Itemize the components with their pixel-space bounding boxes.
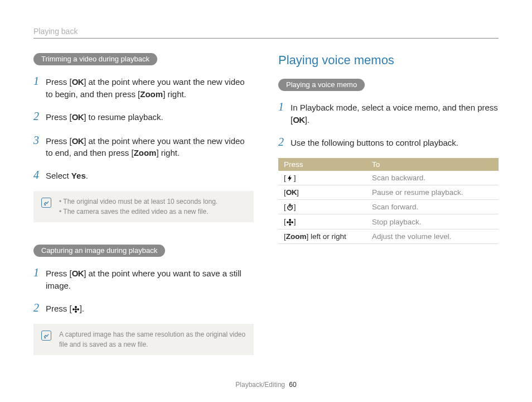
note-trimming: The original video must be at least 10 s…	[33, 191, 254, 222]
step: 3Press [OK] at the point where you want …	[33, 132, 254, 160]
step-number: 1	[33, 265, 46, 281]
press-cell: []	[278, 199, 366, 214]
controls-table: Press To []Scan backward.[OK]Pause or re…	[278, 158, 499, 244]
press-cell: [OK]	[278, 185, 366, 199]
step-text: Press [].	[46, 303, 254, 315]
svg-point-10	[291, 221, 293, 223]
desc-cell: Pause or resume playback.	[366, 185, 499, 199]
left-column: Trimming a video during playback 1Press …	[33, 53, 254, 355]
svg-point-3	[72, 308, 75, 310]
step: 2Press [OK] to resume playback.	[33, 108, 254, 125]
note-icon	[41, 198, 51, 208]
steps-capturing: 1Press [OK] at the point where you want …	[33, 265, 254, 316]
press-cell: []	[278, 171, 366, 185]
step-number: 3	[33, 132, 46, 149]
right-column: Playing voice memos Playing a voice memo…	[278, 53, 499, 355]
note-text: A captured image has the same resolution…	[59, 329, 246, 350]
step-text: Press [OK] at the point where you want t…	[46, 135, 254, 160]
note-item: The original video must be at least 10 s…	[59, 197, 217, 207]
step: 2Press [].	[33, 300, 254, 316]
svg-point-1	[75, 306, 77, 308]
desc-cell: Scan forward.	[366, 199, 499, 214]
divider	[33, 38, 499, 39]
pill-voice-memo: Playing a voice memo	[278, 79, 365, 91]
step-text: Press [OK] at the point where you want t…	[46, 267, 254, 292]
note-item: The camera saves the edited video as a n…	[59, 207, 217, 217]
th-to: To	[366, 158, 499, 171]
step-number: 2	[278, 134, 291, 150]
table-row: []Scan backward.	[278, 171, 499, 185]
svg-point-7	[289, 219, 291, 221]
step-number: 2	[33, 108, 46, 125]
th-press: Press	[278, 158, 366, 171]
step: 4Select Yes.	[33, 167, 254, 183]
step-text: Use the following buttons to control pla…	[291, 137, 499, 149]
timer-icon	[286, 203, 294, 211]
pill-capturing: Capturing an image during playback	[33, 245, 165, 257]
note-icon	[41, 331, 51, 341]
desc-cell: Adjust the volume level.	[366, 229, 499, 243]
steps-trimming: 1Press [OK] at the point where you want …	[33, 73, 254, 183]
step-number: 4	[33, 167, 46, 183]
step-text: In Playback mode, select a voice memo, a…	[291, 102, 499, 126]
table-row: []Scan forward.	[278, 199, 499, 214]
step: 1In Playback mode, select a voice memo, …	[278, 99, 499, 126]
section-title: Playing voice memos	[278, 53, 499, 68]
pill-trimming: Trimming a video during playback	[33, 53, 157, 65]
steps-voice: 1In Playback mode, select a voice memo, …	[278, 99, 499, 150]
step-text: Select Yes.	[46, 170, 254, 182]
footer: Playback/Editing 60	[0, 381, 532, 389]
svg-point-8	[289, 223, 291, 226]
footer-section: Playback/Editing	[235, 381, 285, 389]
desc-cell: Stop playback.	[366, 214, 499, 229]
flash-icon	[286, 174, 294, 182]
press-cell: []	[278, 214, 366, 229]
step-number: 2	[33, 300, 46, 316]
step: 2Use the following buttons to control pl…	[278, 134, 499, 150]
press-cell: [Zoom] left or right	[278, 229, 366, 243]
step-text: Press [OK] at the point where you want t…	[46, 76, 254, 100]
step-text: Press [OK] to resume playback.	[46, 111, 254, 123]
table-row: []Stop playback.	[278, 214, 499, 229]
svg-point-4	[77, 308, 79, 310]
table-row: [Zoom] left or rightAdjust the volume le…	[278, 229, 499, 243]
flower-icon	[286, 218, 294, 226]
desc-cell: Scan backward.	[366, 171, 499, 185]
note-capturing: A captured image has the same resolution…	[33, 324, 254, 355]
svg-point-0	[75, 308, 77, 310]
svg-point-2	[75, 310, 77, 313]
step: 1Press [OK] at the point where you want …	[33, 265, 254, 292]
table-row: [OK]Pause or resume playback.	[278, 185, 499, 199]
flower-icon	[72, 305, 80, 313]
svg-point-9	[287, 221, 289, 223]
step-number: 1	[33, 73, 46, 89]
page-number: 60	[289, 381, 296, 389]
step-number: 1	[278, 99, 291, 115]
breadcrumb: Playing back	[33, 27, 499, 36]
step: 1Press [OK] at the point where you want …	[33, 73, 254, 100]
svg-point-6	[289, 221, 291, 223]
